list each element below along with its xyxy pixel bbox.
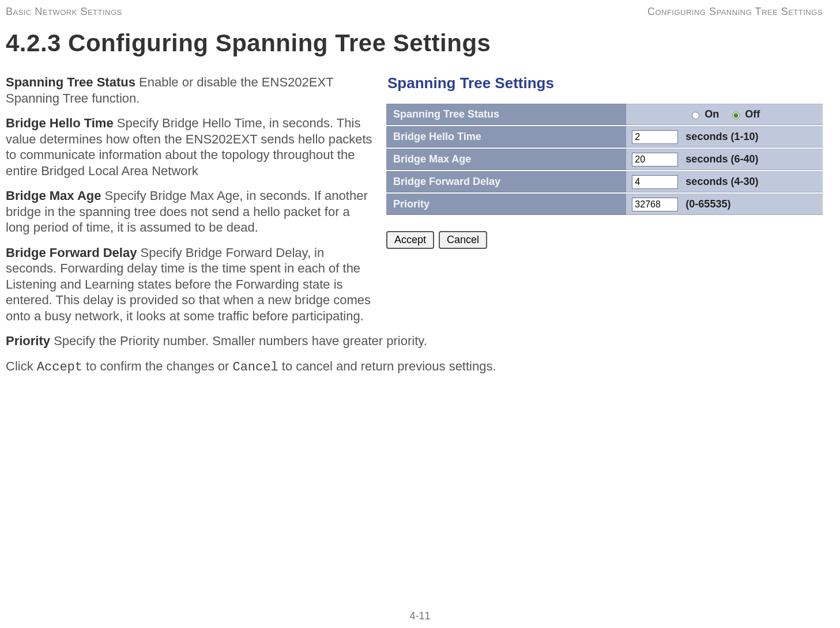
priority-input[interactable] [632,198,678,211]
term-status: Spanning Tree Status [6,75,135,89]
status-radio-group: On Off [632,108,817,120]
row-maxage: Bridge Max Age seconds (6-40) [386,149,823,170]
panel-title: Spanning Tree Settings [387,74,823,92]
status-off-option[interactable]: Off [729,108,760,120]
status-off-label: Off [745,108,760,120]
cancel-button[interactable]: Cancel [439,231,487,249]
click-mid: to confirm the changes or [82,359,232,373]
maxage-hint: seconds (6-40) [685,153,758,165]
row-priority: Priority (0-65535) [386,194,823,215]
term-fwd: Bridge Forward Delay [6,245,137,260]
status-on-option[interactable]: On [689,108,719,120]
para-priority: Priority Specify the Priority number. Sm… [6,333,823,349]
cancel-mono: Cancel [232,360,278,374]
label-status: Spanning Tree Status [386,104,626,125]
hello-hint: seconds (1-10) [685,131,758,142]
accept-button[interactable]: Accept [386,231,434,249]
settings-panel: Spanning Tree Settings Spanning Tree Sta… [386,74,823,333]
row-fwd: Bridge Forward Delay seconds (4-30) [386,171,823,192]
para-click: Click Accept to confirm the changes or C… [6,358,823,376]
button-row: Accept Cancel [386,231,823,249]
fwd-hint: seconds (4-30) [685,176,758,187]
term-maxage: Bridge Max Age [6,188,101,203]
header-right: Configuring Spanning Tree Settings [647,6,823,18]
header-bar: Basic Network Settings Configuring Spann… [6,6,823,18]
header-left: Basic Network Settings [6,6,122,18]
accept-mono: Accept [37,360,82,374]
label-maxage: Bridge Max Age [386,149,626,170]
fwd-input[interactable] [632,175,678,189]
para-spanning-tree-status: Spanning Tree Status Enable or disable t… [6,74,375,106]
term-priority: Priority [6,334,50,348]
maxage-input[interactable] [632,153,678,167]
section-title: 4.2.3 Configuring Spanning Tree Settings [6,29,823,57]
status-on-radio[interactable] [692,112,699,119]
description-column: Spanning Tree Status Enable or disable t… [6,74,375,333]
row-status: Spanning Tree Status On Off [386,104,823,125]
label-fwd: Bridge Forward Delay [386,171,626,192]
click-post: to cancel and return previous settings. [278,359,496,373]
desc-priority: Specify the Priority number. Smaller num… [50,334,427,348]
hello-input[interactable] [632,130,678,144]
status-on-label: On [705,108,719,120]
term-hello: Bridge Hello Time [6,116,114,130]
para-bridge-forward-delay: Bridge Forward Delay Specify Bridge Forw… [6,245,375,324]
priority-hint: (0-65535) [685,198,730,210]
status-off-radio[interactable] [732,112,740,119]
page-number: 4-11 [0,610,840,622]
label-priority: Priority [386,194,626,215]
para-bridge-hello-time: Bridge Hello Time Specify Bridge Hello T… [6,115,375,179]
settings-table: Spanning Tree Status On Off [386,103,823,216]
click-pre: Click [6,359,37,373]
label-hello: Bridge Hello Time [386,126,626,147]
para-bridge-max-age: Bridge Max Age Specify Bridge Max Age, i… [6,188,375,236]
row-hello: Bridge Hello Time seconds (1-10) [386,126,823,147]
